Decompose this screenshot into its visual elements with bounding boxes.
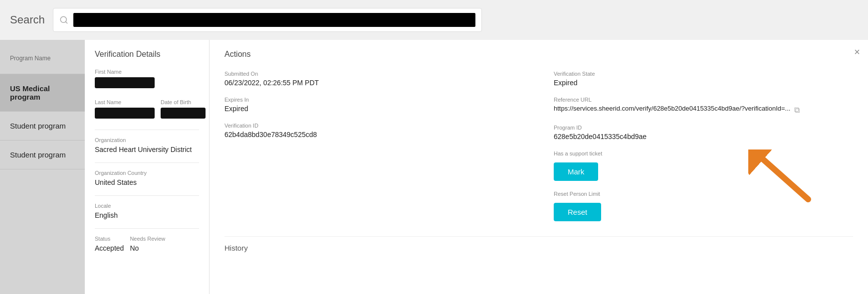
search-icon bbox=[59, 15, 68, 24]
org-country-field: Organization Country United States bbox=[95, 170, 199, 186]
organization-field: Organization Sacred Heart University Dis… bbox=[95, 137, 199, 153]
reference-url-field: Reference URL https://services.sheerid.c… bbox=[554, 97, 853, 115]
locale-value: English bbox=[95, 211, 199, 219]
support-section: Has a support ticket Mark bbox=[554, 150, 853, 181]
status-label: Status bbox=[95, 236, 124, 242]
close-button[interactable]: × bbox=[854, 47, 860, 57]
copy-url-icon[interactable]: ⧉ bbox=[794, 106, 800, 115]
search-input[interactable] bbox=[73, 13, 475, 27]
organization-label: Organization bbox=[95, 137, 199, 143]
status-field: Status Accepted bbox=[95, 236, 124, 252]
last-name-field: Last Name bbox=[95, 99, 155, 121]
verification-id-label: Verification ID bbox=[224, 123, 524, 129]
content-area: Verification Details First Name Last Nam… bbox=[85, 40, 868, 294]
locale-field: Locale English bbox=[95, 203, 199, 219]
org-country-value: United States bbox=[95, 178, 199, 186]
submitted-on-field: Submitted On 06/23/2022, 02:26:55 PM PDT bbox=[224, 71, 524, 87]
actions-panel: Actions Submitted On 06/23/2022, 02:26:5… bbox=[210, 40, 868, 294]
actions-right-col: Verification State Expired Reference URL… bbox=[554, 71, 853, 221]
verification-state-value: Expired bbox=[554, 79, 853, 87]
sidebar-program-name-label: Program Name bbox=[10, 55, 75, 62]
verification-details-panel: Verification Details First Name Last Nam… bbox=[85, 40, 210, 294]
expires-in-field: Expires In Expired bbox=[224, 97, 524, 113]
dob-label: Date of Birth bbox=[161, 99, 206, 105]
search-label: Search bbox=[10, 13, 45, 26]
divider-1 bbox=[95, 130, 199, 130]
search-input-wrapper bbox=[53, 8, 482, 32]
sidebar: Program Name US Medical program Student … bbox=[0, 40, 85, 294]
dob-field: Date of Birth bbox=[161, 99, 206, 121]
history-section: History bbox=[224, 236, 853, 252]
status-needs-review-row: Status Accepted Needs Review No bbox=[95, 236, 199, 252]
expires-in-label: Expires In bbox=[224, 97, 524, 103]
reference-url-label: Reference URL bbox=[554, 97, 853, 103]
reset-button[interactable]: Reset bbox=[554, 203, 601, 221]
needs-review-field: Needs Review No bbox=[130, 236, 165, 252]
actions-title: Actions bbox=[224, 50, 853, 59]
sidebar-item-program-name: Program Name bbox=[0, 45, 85, 74]
dob-value bbox=[161, 108, 206, 119]
last-name-value bbox=[95, 108, 155, 119]
search-bar: Search bbox=[0, 0, 868, 40]
sidebar-student-2-label: Student program bbox=[10, 150, 75, 159]
reference-url-value: https://services.sheerid.com/verify/628e… bbox=[554, 105, 790, 112]
program-id-label: Program ID bbox=[554, 125, 853, 131]
verification-details-title: Verification Details bbox=[95, 50, 199, 59]
verification-state-label: Verification State bbox=[554, 71, 853, 77]
locale-label: Locale bbox=[95, 203, 199, 209]
reset-person-limit-label: Reset Person Limit bbox=[554, 191, 853, 197]
sidebar-student-1-label: Student program bbox=[10, 122, 75, 130]
expires-in-value: Expired bbox=[224, 105, 524, 113]
mark-button[interactable]: Mark bbox=[554, 162, 598, 181]
lastname-dob-row: Last Name Date of Birth bbox=[95, 99, 199, 121]
org-country-label: Organization Country bbox=[95, 170, 199, 176]
organization-value: Sacred Heart University District bbox=[95, 146, 199, 153]
actions-grid: Submitted On 06/23/2022, 02:26:55 PM PDT… bbox=[224, 71, 853, 221]
divider-4 bbox=[95, 228, 199, 229]
svg-line-1 bbox=[65, 21, 67, 23]
first-name-field: First Name bbox=[95, 69, 199, 90]
needs-review-value: No bbox=[130, 244, 165, 252]
divider-2 bbox=[95, 162, 199, 163]
submitted-on-label: Submitted On bbox=[224, 71, 524, 77]
last-name-label: Last Name bbox=[95, 99, 155, 105]
sidebar-item-student-2[interactable]: Student program bbox=[0, 141, 85, 169]
main-layout: Program Name US Medical program Student … bbox=[0, 40, 868, 294]
verification-id-value: 62b4da8bd30e78349c525cd8 bbox=[224, 131, 524, 139]
actions-left-col: Submitted On 06/23/2022, 02:26:55 PM PDT… bbox=[224, 71, 524, 221]
submitted-on-value: 06/23/2022, 02:26:55 PM PDT bbox=[224, 79, 524, 87]
first-name-label: First Name bbox=[95, 69, 199, 75]
status-value: Accepted bbox=[95, 244, 124, 252]
sidebar-item-us-medical[interactable]: US Medical program bbox=[0, 74, 85, 112]
sidebar-item-student-1[interactable]: Student program bbox=[0, 112, 85, 141]
program-id-field: Program ID 628e5b20de0415335c4bd9ae bbox=[554, 125, 853, 141]
first-name-value bbox=[95, 77, 155, 88]
history-title: History bbox=[224, 244, 853, 252]
program-id-value: 628e5b20de0415335c4bd9ae bbox=[554, 133, 853, 141]
reset-section: Reset Person Limit Reset bbox=[554, 191, 853, 221]
reference-url-row: https://services.sheerid.com/verify/628e… bbox=[554, 105, 853, 115]
sidebar-us-medical-label: US Medical program bbox=[10, 84, 75, 101]
verification-id-field: Verification ID 62b4da8bd30e78349c525cd8 bbox=[224, 123, 524, 139]
divider-3 bbox=[95, 195, 199, 196]
needs-review-label: Needs Review bbox=[130, 236, 165, 242]
verification-state-field: Verification State Expired bbox=[554, 71, 853, 87]
has-support-ticket-label: Has a support ticket bbox=[554, 150, 853, 156]
